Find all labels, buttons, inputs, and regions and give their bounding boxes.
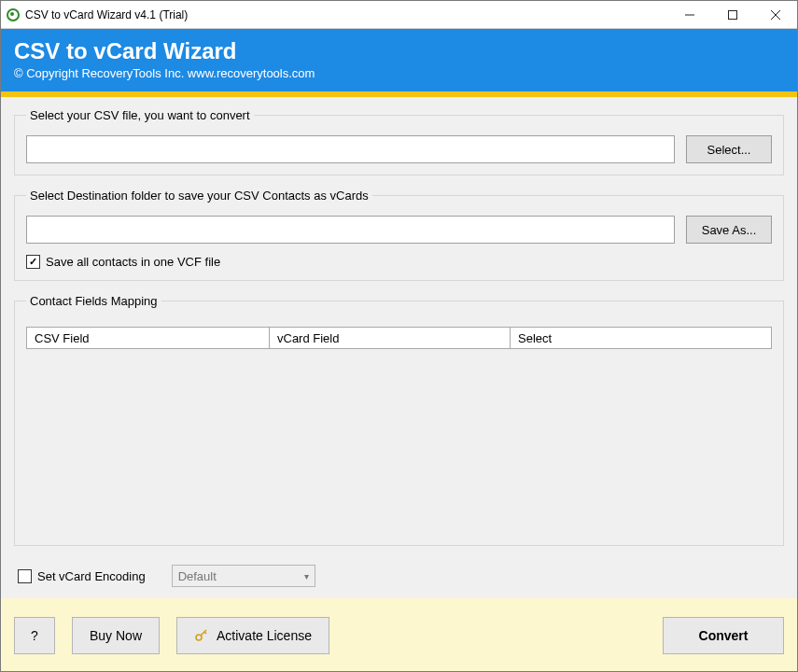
mapping-body <box>26 349 772 536</box>
save-all-row: Save all contacts in one VCF file <box>26 255 772 269</box>
key-icon <box>194 627 209 645</box>
source-legend: Select your CSV file, you want to conver… <box>26 108 254 122</box>
destination-fieldset: Select Destination folder to save your C… <box>14 189 784 281</box>
window-title: CSV to vCard Wizard v4.1 (Trial) <box>25 8 188 21</box>
app-heading: CSV to vCard Wizard <box>14 38 784 64</box>
encoding-label: Set vCard Encoding <box>37 569 146 583</box>
copyright-text: © Copyright RecoveryTools Inc. www.recov… <box>14 66 784 80</box>
save-all-label: Save all contacts in one VCF file <box>46 255 220 269</box>
titlebar-left: CSV to vCard Wizard v4.1 (Trial) <box>7 8 188 21</box>
maximize-icon <box>727 9 738 21</box>
close-icon <box>770 9 781 21</box>
encoding-combobox[interactable]: Default ▾ <box>172 565 315 587</box>
close-button[interactable] <box>754 1 797 29</box>
svg-rect-1 <box>729 10 737 19</box>
buy-now-button[interactable]: Buy Now <box>72 617 160 654</box>
maximize-button[interactable] <box>711 1 754 29</box>
save-as-button[interactable]: Save As... <box>686 216 772 244</box>
mapping-col-vcard: vCard Field <box>270 328 511 348</box>
svg-line-6 <box>204 632 206 634</box>
encoding-checkbox[interactable] <box>18 569 32 583</box>
source-path-input[interactable] <box>26 135 675 163</box>
mapping-fieldset: Contact Fields Mapping CSV Field vCard F… <box>14 294 784 546</box>
convert-button[interactable]: Convert <box>663 617 784 654</box>
chevron-down-icon: ▾ <box>304 571 309 581</box>
titlebar: CSV to vCard Wizard v4.1 (Trial) <box>1 1 797 29</box>
encoding-combo-value: Default <box>178 569 217 583</box>
source-fieldset: Select your CSV file, you want to conver… <box>14 108 784 175</box>
app-icon <box>7 8 20 21</box>
help-button[interactable]: ? <box>14 617 55 654</box>
select-file-button[interactable]: Select... <box>686 135 772 163</box>
minimize-button[interactable] <box>668 1 711 29</box>
footer-bar: ? Buy Now Activate License Convert <box>1 598 797 671</box>
header-banner: CSV to vCard Wizard © Copyright Recovery… <box>1 29 797 91</box>
activate-license-label: Activate License <box>217 628 312 643</box>
mapping-legend: Contact Fields Mapping <box>26 294 161 308</box>
footer-left-group: ? Buy Now Activate License <box>14 617 329 654</box>
window-controls <box>668 1 797 29</box>
save-all-checkbox[interactable] <box>26 255 40 269</box>
main-panel: Select your CSV file, you want to conver… <box>1 97 797 598</box>
mapping-header-row: CSV Field vCard Field Select <box>26 327 772 349</box>
destination-legend: Select Destination folder to save your C… <box>26 189 372 203</box>
mapping-col-select: Select <box>511 328 771 348</box>
encoding-row: Set vCard Encoding Default ▾ <box>14 559 784 591</box>
activate-license-button[interactable]: Activate License <box>176 617 329 654</box>
mapping-col-csv: CSV Field <box>27 328 270 348</box>
minimize-icon <box>684 9 695 21</box>
destination-path-input[interactable] <box>26 216 675 244</box>
